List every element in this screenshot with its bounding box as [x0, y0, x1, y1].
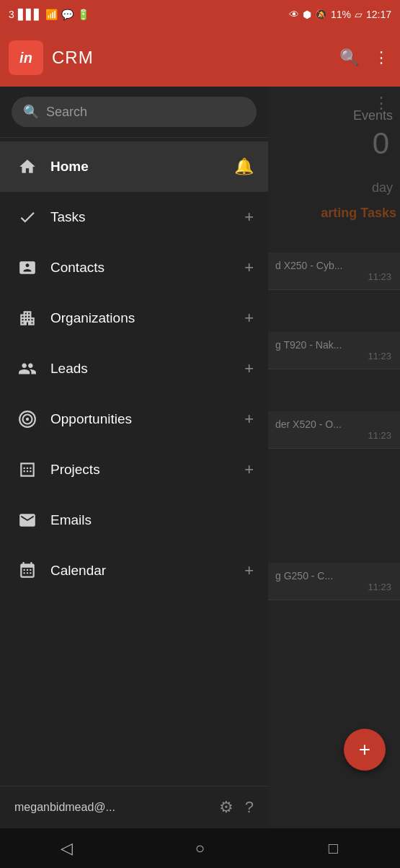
- fab-add-button[interactable]: +: [344, 729, 386, 771]
- bg-item-title-3: der X520 - O...: [275, 418, 391, 430]
- main-area: 🔍 Search Home 🔔: [0, 87, 400, 828]
- search-icon[interactable]: 🔍: [339, 48, 359, 67]
- sidebar-item-emails[interactable]: Emails: [0, 495, 268, 545]
- bg-events-count: 0: [373, 126, 389, 161]
- bg-today-label: day: [372, 180, 393, 196]
- battery-visual: ▱: [355, 9, 363, 20]
- bg-starting-label: arting Tasks: [321, 206, 396, 221]
- bg-events-label: Events: [353, 108, 393, 123]
- organizations-actions: +: [244, 309, 254, 328]
- bg-item-time-3: 11:23: [275, 430, 391, 441]
- mute-icon: 🔕: [315, 9, 327, 20]
- sidebar-item-label-tasks: Tasks: [50, 209, 244, 225]
- sidebar-item-leads[interactable]: Leads +: [0, 343, 268, 394]
- sidebar-item-contacts[interactable]: Contacts +: [0, 242, 268, 293]
- sidebar-item-opportunities[interactable]: Opportunities +: [0, 394, 268, 444]
- bg-item-time-4: 11:23: [275, 582, 391, 592]
- sidebar-item-label-calendar: Calendar: [50, 563, 244, 579]
- leads-actions: +: [244, 359, 254, 378]
- home-actions: 🔔: [234, 157, 254, 176]
- sidebar-footer: meganbidmead@... ⚙ ?: [0, 786, 268, 828]
- search-bar[interactable]: 🔍 Search: [12, 97, 257, 127]
- projects-actions: +: [244, 460, 254, 479]
- more-options-icon[interactable]: ⋮: [373, 48, 389, 67]
- app-logo: in: [9, 40, 43, 75]
- user-email: meganbidmead@...: [14, 801, 208, 814]
- recents-button[interactable]: □: [312, 834, 355, 863]
- leads-icon: [14, 359, 40, 378]
- sidebar-item-calendar[interactable]: Calendar +: [0, 545, 268, 596]
- header-actions: 🔍 ⋮: [339, 48, 400, 67]
- bg-item-title-4: g G250 - C...: [275, 570, 391, 582]
- nav-list: Home 🔔 Tasks +: [0, 138, 268, 786]
- sidebar-item-projects[interactable]: Projects +: [0, 444, 268, 495]
- sidebar-item-label-home: Home: [50, 159, 234, 175]
- contacts-actions: +: [244, 258, 254, 277]
- bg-list-item-4: g G250 - C... 11:23: [268, 563, 400, 600]
- status-left: 3 ▋▋▋ 📶 💬 🔋: [9, 9, 89, 20]
- add-project-icon[interactable]: +: [244, 460, 254, 479]
- help-icon[interactable]: ?: [245, 798, 254, 817]
- add-lead-icon[interactable]: +: [244, 359, 254, 378]
- bg-item-title-2: g T920 - Nak...: [275, 339, 391, 351]
- organizations-icon: [14, 309, 40, 328]
- message-icon: 💬: [61, 9, 74, 20]
- bg-list-item-2: g T920 - Nak... 11:23: [268, 332, 400, 369]
- sidebar-item-label-opportunities: Opportunities: [50, 411, 244, 427]
- contacts-icon: [14, 258, 40, 277]
- sidebar-item-label-emails: Emails: [50, 512, 254, 528]
- opportunities-actions: +: [244, 410, 254, 429]
- search-placeholder: Search: [46, 105, 87, 120]
- add-calendar-icon[interactable]: +: [244, 561, 254, 580]
- app-header: in CRM 🔍 ⋮: [0, 29, 400, 87]
- home-button[interactable]: ○: [179, 834, 222, 863]
- battery-percent: 11%: [331, 9, 351, 20]
- emails-icon: [14, 511, 40, 530]
- signal-indicator: 3: [9, 9, 14, 20]
- logo-container: in CRM: [9, 40, 391, 75]
- tasks-actions: +: [244, 208, 254, 227]
- bg-item-title-1: d X250 - Cyb...: [275, 260, 391, 271]
- opportunities-icon: [14, 410, 40, 429]
- add-opportunity-icon[interactable]: +: [244, 410, 254, 429]
- sidebar-item-label-projects: Projects: [50, 462, 244, 478]
- sidebar-item-label-contacts: Contacts: [50, 260, 244, 276]
- search-container: 🔍 Search: [0, 87, 268, 138]
- clock: 12:17: [366, 9, 391, 20]
- bell-icon[interactable]: 🔔: [234, 157, 254, 176]
- sidebar-item-label-leads: Leads: [50, 361, 244, 377]
- back-button[interactable]: ◁: [45, 834, 89, 863]
- add-organization-icon[interactable]: +: [244, 309, 254, 328]
- battery-icon: 🔋: [77, 9, 89, 20]
- sidebar-item-label-organizations: Organizations: [50, 310, 244, 326]
- calendar-icon: [14, 561, 40, 580]
- home-icon: [14, 157, 40, 176]
- bg-item-time-1: 11:23: [275, 271, 391, 282]
- settings-icon[interactable]: ⚙: [219, 798, 234, 817]
- add-contact-icon[interactable]: +: [244, 258, 254, 277]
- svg-point-2: [26, 418, 29, 421]
- wifi-icon: 📶: [45, 9, 58, 20]
- bg-content: ⋮ Events 0 day arting Tasks d X250 - Cyb…: [268, 87, 400, 828]
- sidebar-item-organizations[interactable]: Organizations +: [0, 293, 268, 343]
- sidebar-drawer: 🔍 Search Home 🔔: [0, 87, 268, 828]
- bg-list-item-3: der X520 - O... 11:23: [268, 411, 400, 449]
- projects-icon: [14, 460, 40, 479]
- bg-item-time-2: 11:23: [275, 351, 391, 361]
- status-right: 👁 ⬢ 🔕 11% ▱ 12:17: [289, 9, 391, 20]
- sidebar-item-tasks[interactable]: Tasks +: [0, 192, 268, 242]
- search-bar-icon: 🔍: [23, 104, 39, 120]
- sidebar-item-home[interactable]: Home 🔔: [0, 141, 268, 192]
- bluetooth-icon: ⬢: [303, 9, 311, 20]
- tasks-icon: [14, 208, 40, 227]
- signal-bars-icon: ▋▋▋: [18, 9, 42, 20]
- status-bar: 3 ▋▋▋ 📶 💬 🔋 👁 ⬢ 🔕 11% ▱ 12:17: [0, 0, 400, 29]
- bg-list-item-1: d X250 - Cyb... 11:23: [268, 253, 400, 290]
- eye-icon: 👁: [289, 9, 299, 20]
- app-title-text: CRM: [52, 48, 94, 68]
- add-task-icon[interactable]: +: [244, 208, 254, 227]
- calendar-actions: +: [244, 561, 254, 580]
- bottom-nav: ◁ ○ □: [0, 828, 400, 868]
